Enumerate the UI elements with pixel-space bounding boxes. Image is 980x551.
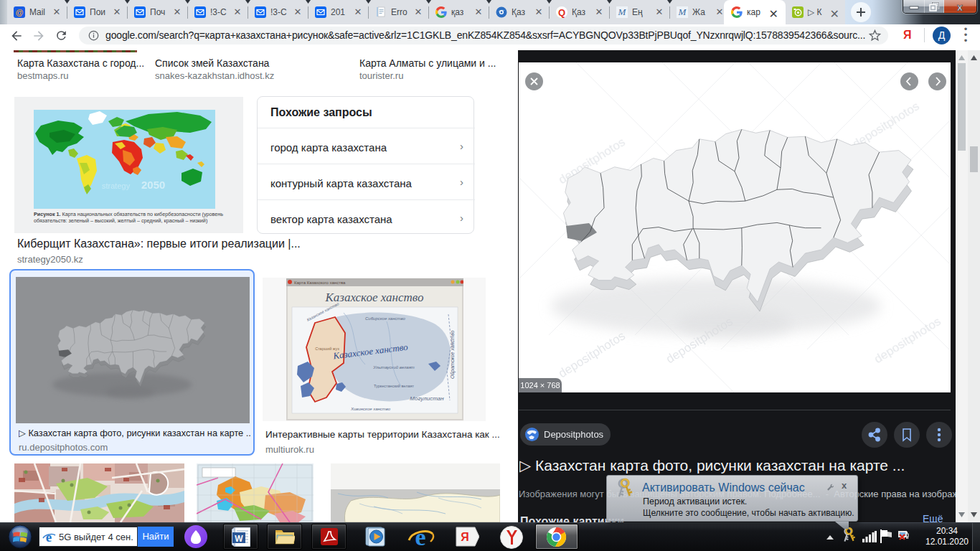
svg-text:Сибирское ханство: Сибирское ханство bbox=[365, 316, 405, 321]
svg-text:2050: 2050 bbox=[141, 179, 165, 191]
svg-text:M: M bbox=[618, 6, 627, 17]
svg-text:depositphotos: depositphotos bbox=[872, 314, 943, 366]
svg-text:e: e bbox=[46, 529, 52, 545]
svg-text:strategy: strategy bbox=[102, 182, 131, 190]
svg-text:Старший жуз: Старший жуз bbox=[315, 347, 339, 351]
svg-text:M: M bbox=[678, 6, 687, 17]
svg-text:Хивинское ханство: Хивинское ханство bbox=[350, 407, 391, 411]
svg-text:Могулистан: Могулистан bbox=[410, 395, 444, 402]
svg-text:Карта Казахского ханства: Карта Казахского ханства bbox=[294, 281, 346, 285]
svg-text:e: e bbox=[415, 524, 425, 550]
svg-text:Туркестанский велаят: Туркестанский велаят bbox=[374, 384, 414, 388]
svg-text:Q: Q bbox=[558, 7, 565, 18]
svg-text:depositphotos: depositphotos bbox=[556, 329, 628, 380]
svg-text:W: W bbox=[235, 534, 243, 544]
svg-text:x: x bbox=[957, 1, 963, 13]
svg-text:Я: Я bbox=[461, 531, 469, 543]
svg-text:@: @ bbox=[16, 8, 24, 17]
svg-text:Казахское ханство: Казахское ханство bbox=[325, 291, 424, 304]
